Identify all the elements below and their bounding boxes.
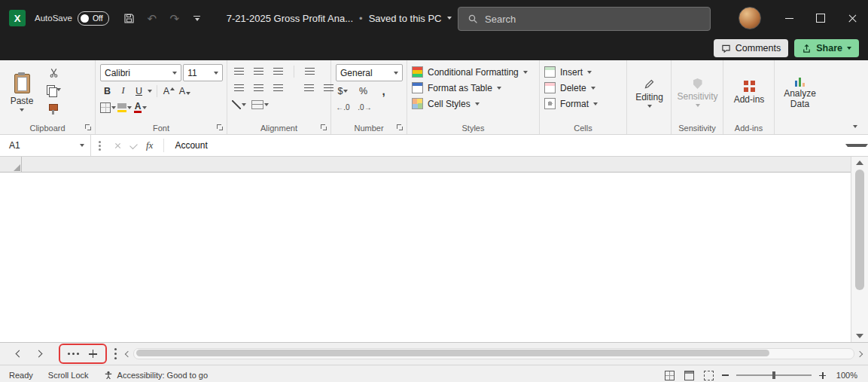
decrease-decimal-icon: .0→ — [358, 103, 371, 112]
italic-button[interactable]: I — [116, 84, 130, 98]
page-layout-view-button[interactable] — [683, 369, 695, 381]
ribbon-filler — [824, 60, 868, 134]
horizontal-scrollbar-track[interactable] — [133, 348, 854, 359]
page-break-view-button[interactable] — [702, 369, 714, 381]
scroll-left-icon[interactable] — [125, 350, 131, 356]
select-all-button[interactable] — [0, 157, 22, 172]
new-sheet-button[interactable] — [83, 345, 102, 362]
bold-button[interactable]: B — [100, 84, 114, 98]
orientation-button[interactable] — [232, 97, 246, 112]
font-color-button[interactable]: A — [133, 100, 148, 115]
insert-cells-button[interactable]: Insert — [544, 64, 623, 80]
clipboard-dialog-launcher[interactable] — [85, 124, 92, 131]
sheet-nav-left-button[interactable] — [9, 343, 29, 365]
formula-bar-content[interactable]: Account — [169, 140, 845, 151]
decrease-decimal-button[interactable]: .0→ — [358, 100, 372, 115]
zoom-in-button[interactable] — [819, 372, 826, 379]
more-sheets-button[interactable] — [63, 345, 83, 362]
percent-style-button[interactable]: % — [356, 84, 370, 98]
align-center-button[interactable] — [251, 81, 266, 95]
title-bar-right — [739, 0, 868, 36]
cell-styles-button[interactable]: Cell Styles — [412, 96, 535, 112]
comma-style-button[interactable]: , — [376, 84, 391, 98]
share-label: Share — [816, 43, 842, 53]
expand-formula-bar-button[interactable] — [845, 144, 868, 147]
share-button[interactable]: Share — [794, 39, 859, 57]
align-bottom-button[interactable] — [271, 64, 285, 78]
zoom-level[interactable]: 100% — [833, 371, 857, 380]
borders-button[interactable] — [100, 100, 116, 115]
search-box[interactable]: Search — [458, 7, 711, 31]
font-dialog-launcher[interactable] — [217, 124, 224, 131]
account-avatar[interactable] — [739, 7, 761, 29]
save-button[interactable] — [120, 8, 139, 28]
enter-button[interactable] — [129, 142, 138, 150]
normal-view-button[interactable] — [663, 369, 675, 381]
format-painter-button[interactable] — [45, 100, 62, 114]
decrease-indent-button[interactable] — [302, 81, 316, 95]
sheet-nav-right-button[interactable] — [29, 343, 48, 365]
accessibility-status[interactable]: Accessibility: Good to go — [104, 371, 208, 380]
zoom-slider-knob[interactable] — [772, 371, 775, 379]
redo-button[interactable]: ↷ — [165, 8, 184, 28]
minimize-button[interactable] — [773, 0, 805, 36]
font-name-combo[interactable]: Calibri — [100, 64, 181, 81]
cancel-button[interactable] — [114, 142, 121, 149]
collapse-ribbon-button[interactable] — [853, 125, 857, 128]
conditional-formatting-button[interactable]: Conditional Formatting — [412, 64, 535, 80]
editing-button[interactable]: Editing — [632, 64, 667, 121]
customize-toolbar-button[interactable] — [187, 8, 207, 28]
increase-font-size-button[interactable]: A — [162, 84, 176, 98]
format-as-table-button[interactable]: Format as Table — [412, 80, 535, 96]
sensitivity-button[interactable]: Sensitivity — [676, 64, 719, 121]
comments-button[interactable]: Comments — [714, 39, 788, 57]
alignment-dialog-launcher[interactable] — [321, 124, 327, 131]
excel-logo-icon[interactable]: X — [9, 10, 26, 26]
insert-function-button[interactable]: fx — [146, 139, 153, 151]
zoom-slider[interactable] — [736, 374, 812, 376]
cut-button[interactable] — [45, 66, 62, 79]
autosave-control[interactable]: AutoSave Off — [35, 11, 109, 26]
ribbon-group-sensitivity: Sensitivity Sensitivity — [672, 60, 723, 134]
name-box[interactable]: A1 — [0, 135, 91, 156]
font-size-combo[interactable]: 11 — [183, 64, 223, 81]
decrease-font-size-button[interactable]: A — [178, 84, 192, 98]
merge-center-button[interactable] — [251, 97, 269, 112]
chevron-right-icon — [35, 350, 42, 358]
number-format-combo[interactable]: General — [336, 64, 403, 81]
addins-button[interactable]: Add-ins — [728, 64, 770, 121]
undo-button[interactable]: ↶ — [142, 8, 162, 28]
format-cells-button[interactable]: Format — [544, 96, 623, 112]
zoom-out-button[interactable] — [722, 374, 729, 376]
align-top-button[interactable] — [232, 64, 246, 78]
scroll-down-icon[interactable] — [856, 334, 863, 338]
paste-button[interactable]: Paste — [5, 64, 39, 121]
wrap-text-button[interactable] — [303, 64, 317, 78]
horizontal-scrollbar[interactable] — [124, 343, 868, 365]
number-dialog-launcher[interactable] — [397, 124, 404, 131]
vertical-scrollbar[interactable] — [851, 157, 868, 342]
scroll-up-icon[interactable] — [856, 160, 863, 165]
delete-cells-button[interactable]: Delete — [544, 80, 623, 96]
menu-items — [0, 36, 11, 60]
align-middle-button[interactable] — [251, 64, 266, 78]
underline-button[interactable]: U — [132, 84, 146, 98]
increase-decimal-button[interactable]: ←.0 — [336, 100, 350, 115]
horizontal-scrollbar-thumb[interactable] — [136, 350, 769, 356]
tab-scroll-divider[interactable] — [114, 353, 117, 355]
document-title[interactable]: 7-21-2025 Gross Profit Ana... • Saved to… — [227, 13, 452, 24]
align-left-button[interactable] — [232, 81, 246, 95]
scroll-right-icon[interactable] — [857, 350, 863, 356]
copy-button[interactable] — [45, 83, 62, 96]
close-button[interactable] — [836, 0, 868, 36]
search-icon — [468, 14, 478, 24]
paste-icon — [14, 74, 30, 93]
accounting-format-button[interactable]: $ — [336, 84, 350, 98]
copy-icon — [47, 85, 55, 95]
autosave-toggle[interactable]: Off — [78, 11, 109, 26]
maximize-button[interactable] — [805, 0, 836, 36]
vertical-scrollbar-thumb[interactable] — [855, 170, 864, 290]
fill-color-button[interactable] — [117, 100, 132, 115]
analyze-data-button[interactable]: Analyze Data — [779, 64, 821, 121]
align-right-button[interactable] — [271, 81, 285, 95]
